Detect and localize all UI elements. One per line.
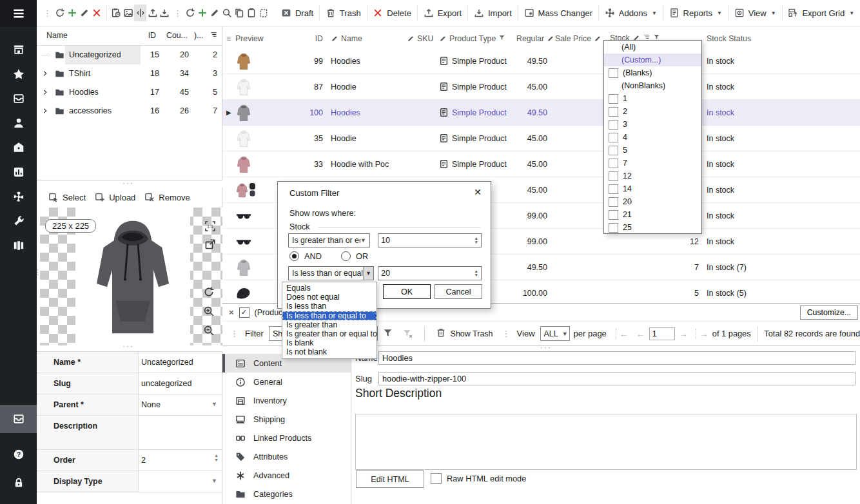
column-header-sale[interactable]: Sale Price bbox=[551, 29, 606, 48]
column-header-preview[interactable]: Preview bbox=[231, 29, 308, 48]
category-row[interactable]: accessories16267 bbox=[37, 102, 222, 121]
drag-handle-icon[interactable]: ⋮ bbox=[43, 8, 52, 18]
category-row[interactable]: Uncategorized15202 bbox=[37, 46, 222, 64]
operator-select-2[interactable]: Is less than or equal to ▼ bbox=[288, 266, 374, 280]
raw-html-checkbox[interactable] bbox=[431, 473, 442, 484]
stock-filter-option[interactable]: 7 bbox=[604, 157, 701, 170]
column-header-type[interactable]: Product Type bbox=[435, 29, 513, 48]
sidebar-item-orders[interactable] bbox=[0, 86, 37, 111]
sidebar-item-company[interactable] bbox=[0, 233, 37, 258]
checkbox[interactable] bbox=[609, 146, 618, 155]
checkbox[interactable] bbox=[609, 133, 618, 142]
apply-filter-icon[interactable] bbox=[382, 327, 393, 340]
tree-col-name[interactable]: Name bbox=[46, 31, 68, 40]
images-button[interactable] bbox=[122, 5, 134, 21]
stock-filter-option[interactable]: 25 bbox=[604, 221, 701, 234]
stock-filter-option[interactable]: (All) bbox=[604, 41, 701, 53]
stock-filter-option[interactable]: (Blanks) bbox=[604, 66, 701, 79]
form-value[interactable]: 2▲▼ bbox=[139, 450, 222, 470]
sidebar-item-addons[interactable] bbox=[0, 184, 37, 209]
sidebar-item-current-module[interactable] bbox=[0, 405, 37, 433]
add-button[interactable] bbox=[66, 5, 79, 21]
value-input-1[interactable]: 10 ▲▼ bbox=[378, 233, 482, 247]
sidebar-item-help[interactable]: ? bbox=[0, 442, 37, 467]
tab-shipping[interactable]: Shipping bbox=[222, 410, 351, 429]
delete-button[interactable]: Delete bbox=[367, 3, 417, 23]
form-value[interactable]: Uncategorized bbox=[139, 352, 222, 373]
close-icon[interactable]: ✕ bbox=[474, 187, 482, 197]
checkbox[interactable] bbox=[609, 159, 618, 168]
stock-filter-option[interactable]: (Custom...) bbox=[604, 53, 701, 66]
form-value[interactable]: uncategorized bbox=[139, 373, 222, 394]
cancel-button[interactable]: Cancel bbox=[435, 284, 482, 299]
trash-button[interactable]: Trash bbox=[320, 3, 367, 23]
checkbox[interactable] bbox=[609, 171, 618, 181]
and-radio[interactable] bbox=[289, 251, 299, 261]
chevron-down-icon[interactable]: ▼ bbox=[363, 267, 373, 280]
first-page-icon[interactable]: ← bbox=[616, 329, 629, 339]
last-page-icon[interactable]: → bbox=[696, 329, 709, 339]
split-view-button[interactable] bbox=[134, 5, 146, 21]
download-button[interactable] bbox=[159, 5, 171, 21]
value-input-2[interactable]: 20 ▲▼ bbox=[378, 266, 482, 280]
customize-button[interactable]: Customize... bbox=[800, 305, 858, 320]
checkbox[interactable] bbox=[609, 210, 618, 220]
rotate-icon[interactable] bbox=[203, 286, 215, 300]
category-row[interactable]: TShirt18343 bbox=[37, 64, 222, 83]
operator-option[interactable]: Is greater than bbox=[282, 320, 376, 329]
form-value[interactable] bbox=[139, 416, 222, 449]
stock-filter-option[interactable]: (NonBlanks) bbox=[604, 79, 701, 92]
product-row[interactable]: 99HoodiesSimple Product49.50In stock bbox=[222, 48, 860, 74]
operator-select-1[interactable]: Is greater than or equ▼ bbox=[288, 233, 370, 247]
refresh-button[interactable] bbox=[54, 5, 66, 21]
stock-filter-option[interactable]: 4 bbox=[604, 131, 701, 144]
tree-col-order[interactable]: )... bbox=[194, 31, 203, 40]
next-page-icon[interactable]: → bbox=[679, 329, 688, 339]
ok-button[interactable]: OK bbox=[383, 284, 431, 299]
sidebar-item-favorites[interactable] bbox=[0, 62, 37, 86]
stock-filter-option[interactable]: 21 bbox=[604, 208, 701, 221]
sidebar-item-reports[interactable] bbox=[0, 160, 37, 184]
mass-changer-button[interactable]: Mass Changer bbox=[518, 3, 599, 23]
slug-input[interactable] bbox=[378, 372, 855, 385]
filter-funnel-icon[interactable] bbox=[498, 34, 505, 43]
page-number-input[interactable] bbox=[649, 327, 675, 340]
stock-filter-option[interactable]: 5 bbox=[604, 144, 701, 157]
tab-categories[interactable]: Categories bbox=[222, 485, 351, 503]
drag-handle-icon[interactable]: ⋮ bbox=[230, 329, 239, 338]
chevron-down-icon[interactable]: ▼ bbox=[211, 401, 217, 407]
grip-icon[interactable]: ≡ bbox=[226, 34, 231, 43]
form-value[interactable]: ▼ bbox=[139, 471, 222, 492]
edit-html-button[interactable]: Edit HTML bbox=[356, 470, 424, 488]
refresh-button[interactable] bbox=[184, 5, 197, 21]
column-header-sku[interactable]: SKU bbox=[403, 29, 435, 48]
chevron-right-icon[interactable] bbox=[41, 107, 49, 115]
sidebar-item-tools[interactable] bbox=[0, 209, 37, 233]
checkbox[interactable] bbox=[609, 184, 618, 194]
prev-page-icon[interactable]: ← bbox=[636, 329, 645, 339]
stock-filter-option[interactable]: 20 bbox=[604, 195, 701, 208]
upload-image-button[interactable]: Upload bbox=[95, 192, 135, 202]
upload-button[interactable] bbox=[146, 5, 159, 21]
delete-button[interactable] bbox=[91, 5, 103, 21]
view-button[interactable]: View▼ bbox=[728, 3, 782, 23]
chevron-right-icon[interactable] bbox=[41, 88, 49, 96]
name-input[interactable] bbox=[378, 351, 855, 365]
column-header-regular[interactable]: Regular bbox=[513, 29, 551, 48]
operator-option[interactable]: Is less than or equal to bbox=[282, 311, 376, 320]
sidebar-item-store[interactable] bbox=[0, 37, 37, 62]
sidebar-item-shop[interactable] bbox=[0, 135, 37, 160]
tab-linked-products[interactable]: Linked Products bbox=[222, 429, 351, 447]
operator-option[interactable]: Is blank bbox=[282, 338, 376, 347]
stock-filter-option[interactable]: 3 bbox=[604, 118, 701, 131]
checkbox[interactable] bbox=[609, 107, 618, 117]
select-image-button[interactable]: Select bbox=[48, 192, 86, 202]
copy-button[interactable] bbox=[233, 5, 246, 21]
horizontal-splitter[interactable]: ··· bbox=[122, 344, 134, 348]
operator-option[interactable]: Is less than bbox=[282, 302, 376, 311]
tree-col-id[interactable]: ID bbox=[148, 31, 156, 40]
zoom-out-icon[interactable] bbox=[203, 325, 215, 338]
paste-button[interactable] bbox=[245, 5, 257, 21]
checkbox[interactable] bbox=[609, 223, 618, 233]
stock-filter-option[interactable]: 12 bbox=[604, 170, 701, 182]
